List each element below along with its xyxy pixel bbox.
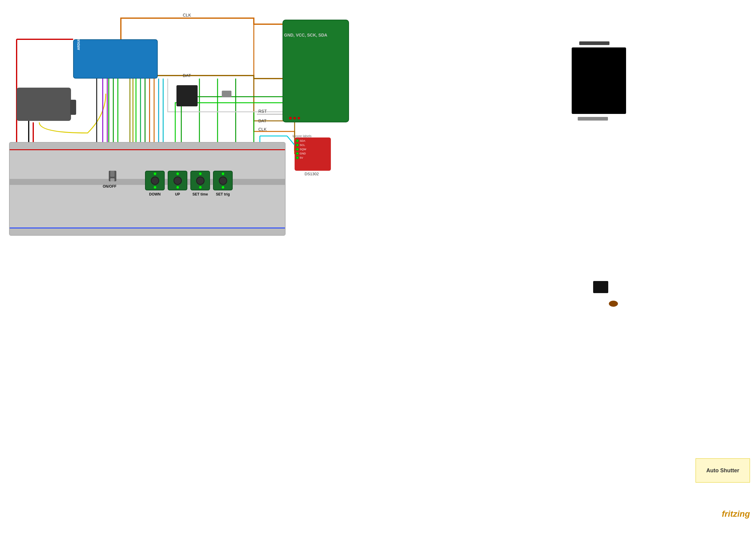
rtc-pin-sda: SDA — [300, 139, 305, 142]
canvas: CLK DAT RST DAT CLK SERVO ARDUINO GND, V… — [0, 0, 756, 543]
button-settime-container: SET time — [190, 171, 210, 190]
fritzing-brand: fritzing — [722, 509, 750, 519]
servo-mounting-ear-right — [70, 100, 76, 115]
oled-screen — [572, 47, 626, 114]
auto-shutter-label: Auto Shutter — [696, 458, 750, 483]
button-set-trig[interactable] — [213, 171, 233, 190]
button-group: DOWN UP SET time — [145, 171, 233, 190]
on-off-label: ON/OFF — [103, 184, 116, 189]
arduino-label: ARDUINO — [77, 35, 80, 50]
button-up-cap — [173, 176, 182, 185]
arduino-usb — [222, 91, 231, 97]
servo-body: SERVO — [17, 88, 71, 121]
button-down-container: DOWN — [145, 171, 165, 190]
arduino-board — [73, 39, 158, 79]
button-down-cap — [151, 176, 159, 185]
clk2-label: CLK — [258, 127, 267, 132]
on-off-switch[interactable] — [109, 171, 116, 181]
rtc-pin-gnd: GND — [300, 152, 306, 155]
arduino-chip — [176, 85, 198, 106]
oled-bottom-bar — [578, 117, 608, 121]
button-set-time[interactable] — [190, 171, 210, 190]
button-up-container: UP — [168, 171, 187, 190]
dat-label: DAT — [183, 73, 191, 78]
button-set-time-label: SET time — [192, 192, 208, 196]
rtc-pin-sqw: SQW — [300, 148, 306, 151]
button-set-time-cap — [196, 176, 205, 185]
rtc-pin-5v: 5V — [300, 156, 303, 159]
button-settrig-container: SET trig — [213, 171, 233, 190]
rtc-chip — [593, 281, 608, 293]
button-set-trig-label: SET trig — [216, 192, 230, 196]
button-down-label: DOWN — [149, 192, 161, 196]
button-up-label: UP — [175, 192, 180, 196]
rst-label: RST — [258, 109, 267, 114]
button-set-trig-cap — [219, 176, 227, 185]
dat2-label: DAT — [258, 118, 267, 123]
button-down[interactable] — [145, 171, 165, 190]
oled-label: GND, VCC, SCK, SDA — [284, 33, 327, 37]
rtc-module: SDA SCL SQW GND 5V RTC Module — [295, 137, 331, 171]
wires-layer — [0, 0, 756, 543]
rtc-battery — [609, 301, 618, 307]
button-up[interactable] — [168, 171, 187, 190]
ds1302-label: DS1302 — [305, 172, 319, 176]
rtc-pin-scl: SCL — [300, 144, 305, 147]
oled-connector — [579, 41, 609, 45]
clk-label: CLK — [183, 13, 191, 18]
